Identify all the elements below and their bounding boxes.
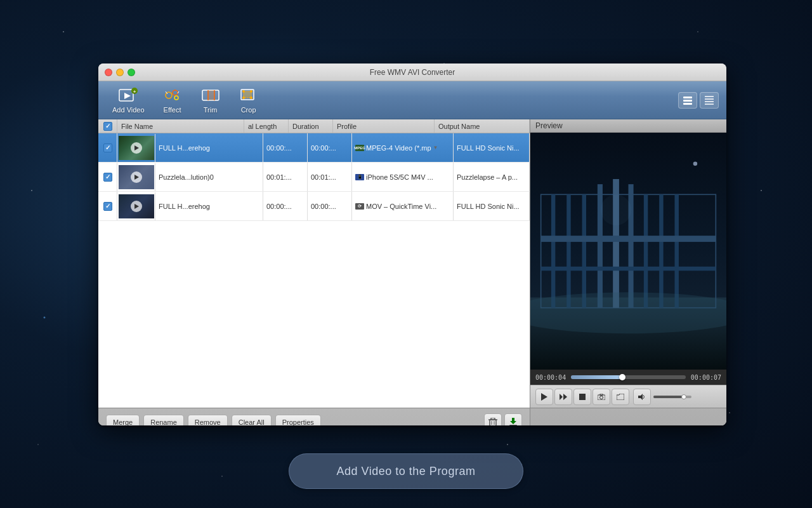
volume-track[interactable] (653, 396, 691, 398)
svg-point-5 (173, 90, 178, 95)
svg-marker-49 (560, 394, 563, 400)
add-video-bar[interactable]: Add Video to the Program (289, 453, 523, 489)
volume-knob[interactable] (681, 394, 686, 399)
grid-view-button[interactable] (700, 92, 719, 109)
row2-orig: 00:01:... (263, 163, 308, 191)
svg-rect-51 (579, 394, 586, 400)
add-video-label: Add Video (112, 106, 145, 114)
fast-forward-button[interactable] (554, 389, 572, 405)
row2-name: Puzzlela...lution)0 (155, 163, 263, 191)
svg-rect-34 (598, 184, 603, 308)
svg-rect-40 (541, 236, 716, 242)
close-button[interactable] (105, 69, 112, 76)
svg-rect-38 (659, 194, 663, 307)
add-video-bar-label: Add Video to the Program (337, 465, 476, 478)
row3-dur: 00:00:... (308, 192, 352, 220)
header-check[interactable] (98, 119, 117, 133)
file-row[interactable]: FULL H...erehog 00:00:... 00:00:... MPEG… (98, 133, 530, 163)
progress-track[interactable] (571, 375, 686, 379)
svg-point-17 (242, 90, 245, 93)
maximize-button[interactable] (128, 69, 135, 76)
row1-check[interactable] (98, 133, 117, 162)
row1-dur: 00:00:... (308, 133, 352, 162)
file-row[interactable]: FULL H...erehog 00:00:... 00:00:... ⟳ MO… (98, 192, 530, 221)
rename-button[interactable]: Rename (143, 415, 184, 425)
trim-label: Trim (204, 106, 218, 114)
download-icon-button[interactable] (504, 413, 522, 425)
row1-checkbox[interactable] (103, 144, 112, 152)
profile-dropdown-arrow-row1: ▼ (433, 145, 438, 150)
play-button[interactable] (535, 389, 553, 405)
row2-thumbnail (117, 163, 155, 191)
select-all-checkbox[interactable] (103, 122, 112, 131)
svg-rect-16 (244, 91, 251, 98)
minimize-button[interactable] (116, 69, 124, 76)
profile-icon-row3: ⟳ (355, 203, 364, 210)
playback-controls (530, 385, 726, 408)
svg-rect-23 (683, 103, 692, 105)
row3-profile[interactable]: ⟳ MOV – QuickTime Vi... (352, 192, 454, 220)
file-list-area: File Name al Length Duration Profile Out… (98, 119, 530, 408)
remove-button[interactable]: Remove (188, 415, 228, 425)
file-list-body: FULL H...erehog 00:00:... 00:00:... MPEG… (98, 133, 530, 408)
row3-name: FULL H...erehog (155, 192, 263, 220)
row2-checkbox[interactable] (103, 173, 112, 182)
svg-rect-22 (683, 100, 692, 102)
col-profile: Profile (333, 119, 435, 133)
profile-icon-row2: 📱 (355, 174, 364, 180)
svg-point-18 (250, 90, 252, 93)
list-view-button[interactable] (678, 92, 697, 109)
svg-marker-61 (510, 418, 516, 424)
row2-check[interactable] (98, 163, 117, 191)
svg-point-20 (250, 97, 252, 99)
titlebar-buttons (105, 69, 135, 76)
screenshot-button[interactable] (593, 389, 610, 405)
svg-point-44 (693, 161, 697, 165)
svg-rect-33 (582, 194, 586, 307)
merge-button[interactable]: Merge (106, 415, 140, 425)
svg-point-42 (530, 292, 726, 333)
row2-profile[interactable]: 📱 iPhone 5S/5C M4V ... (352, 163, 454, 191)
file-row[interactable]: Puzzlela...lution)0 00:01:... 00:01:... … (98, 163, 530, 192)
svg-rect-41 (541, 267, 716, 271)
preview-controls-bar: 00:00:04 00:00:07 (530, 370, 726, 385)
row1-output: FULL HD Sonic Ni... (454, 133, 530, 162)
svg-rect-62 (509, 425, 517, 425)
svg-rect-13 (208, 90, 214, 100)
svg-rect-32 (566, 194, 570, 307)
col-duration: Duration (289, 119, 333, 133)
bottom-left: Merge Rename Remove Clear All Properties (98, 408, 530, 425)
svg-marker-48 (541, 393, 547, 401)
svg-marker-50 (563, 394, 567, 400)
file-list-header: File Name al Length Duration Profile Out… (98, 119, 530, 133)
stop-button[interactable] (573, 389, 591, 405)
time-current: 00:00:04 (535, 374, 566, 381)
volume-icon[interactable] (633, 389, 651, 405)
folder-button[interactable] (612, 389, 629, 405)
preview-label: Preview (530, 119, 726, 133)
row3-checkbox[interactable] (103, 202, 112, 211)
col-filename: File Name (117, 119, 244, 133)
row1-name: FULL H...erehog (155, 133, 263, 162)
svg-point-53 (600, 396, 603, 399)
trim-button[interactable]: Trim (194, 84, 227, 116)
add-video-button[interactable]: + Add Video (106, 84, 151, 116)
bottom-buttons-row: Merge Rename Remove Clear All Properties (106, 413, 522, 425)
crop-button[interactable]: Crop (232, 84, 265, 116)
clear-all-button[interactable]: Clear All (232, 415, 272, 425)
delete-icon-button[interactable] (484, 413, 502, 425)
row1-profile[interactable]: MPEG MPEG-4 Video (*.mp ▼ (352, 133, 454, 162)
row1-thumbnail (117, 134, 155, 162)
progress-fill (571, 375, 622, 379)
effect-button[interactable]: Effect (156, 84, 189, 116)
row3-check[interactable] (98, 192, 117, 220)
row3-thumbnail (117, 192, 155, 220)
preview-area: Preview (530, 119, 726, 408)
toolbar: + Add Video Effect (98, 81, 726, 119)
properties-button[interactable]: Properties (275, 415, 321, 425)
window-title: Free WMV AVI Converter (370, 68, 455, 77)
svg-marker-1 (124, 93, 131, 99)
svg-point-6 (174, 96, 178, 100)
progress-knob[interactable] (619, 374, 625, 380)
bottom-panel: Merge Rename Remove Clear All Properties (98, 408, 726, 425)
